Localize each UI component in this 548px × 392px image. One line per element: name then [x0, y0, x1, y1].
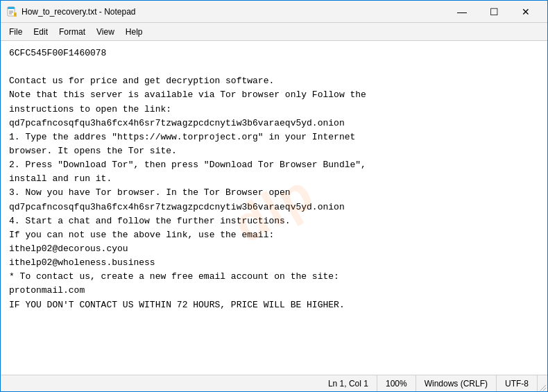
menu-edit[interactable]: Edit: [28, 26, 53, 38]
menu-view[interactable]: View: [91, 26, 120, 38]
content-area: dlp 6CFC545F00F1460078 Contact us for pr…: [1, 41, 547, 375]
cursor-position: Ln 1, Col 1: [320, 375, 377, 391]
line-ending: Windows (CRLF): [416, 375, 497, 391]
text-content[interactable]: 6CFC545F00F1460078 Contact us for price …: [1, 41, 547, 318]
notepad-icon: [6, 6, 17, 17]
text-area-wrapper[interactable]: dlp 6CFC545F00F1460078 Contact us for pr…: [1, 41, 547, 375]
menu-bar: File Edit Format View Help: [1, 23, 547, 41]
menu-format[interactable]: Format: [53, 26, 91, 38]
svg-rect-1: [8, 7, 15, 9]
window-title: How_to_recovery.txt - Notepad: [22, 7, 446, 17]
svg-line-8: [540, 385, 546, 391]
menu-file[interactable]: File: [3, 26, 28, 38]
zoom-level: 100%: [377, 375, 416, 391]
encoding: UTF-8: [497, 375, 538, 391]
title-bar: How_to_recovery.txt - Notepad — ☐ ✕: [1, 1, 547, 23]
svg-line-9: [543, 388, 546, 391]
menu-help[interactable]: Help: [120, 26, 148, 38]
minimize-button[interactable]: —: [446, 1, 478, 23]
maximize-button[interactable]: ☐: [478, 1, 510, 23]
notepad-window: How_to_recovery.txt - Notepad — ☐ ✕ File…: [0, 0, 548, 392]
close-button[interactable]: ✕: [510, 1, 542, 23]
status-bar: Ln 1, Col 1 100% Windows (CRLF) UTF-8: [1, 375, 547, 391]
resize-handle: [538, 375, 547, 392]
svg-rect-5: [14, 12, 17, 17]
window-controls: — ☐ ✕: [446, 1, 542, 22]
